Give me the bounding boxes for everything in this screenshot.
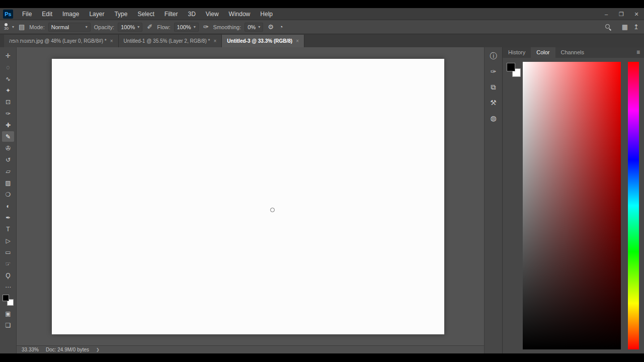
hand-tool-icon[interactable]: ☞: [2, 258, 14, 269]
menu-item[interactable]: Select: [132, 8, 159, 20]
panel-tab[interactable]: Color: [531, 47, 555, 58]
menu-item[interactable]: Image: [57, 8, 84, 20]
search-icon[interactable]: [605, 24, 611, 30]
brush-preset-picker[interactable]: 30: [4, 23, 9, 31]
tool-presets-panel-icon[interactable]: ⚒: [490, 99, 497, 106]
path-selection-tool-icon[interactable]: ▷: [2, 235, 14, 246]
workspace-switcher-icon[interactable]: ▦: [621, 24, 629, 30]
crop-tool-icon[interactable]: ⊡: [2, 97, 14, 107]
panel-tab-bar: HistoryColorChannels ≡: [503, 47, 644, 58]
zoom-tool-icon[interactable]: Ϙ: [2, 270, 14, 281]
status-chevron-icon[interactable]: ❯: [96, 347, 100, 352]
eyedropper-tool-icon[interactable]: ✑: [2, 108, 14, 119]
pen-tool-icon[interactable]: ✒: [2, 212, 14, 223]
quick-mask-icon[interactable]: ▣: [2, 308, 14, 319]
blur-tool-icon[interactable]: ❍: [2, 189, 14, 200]
smoothing-select[interactable]: 0% ▾: [245, 23, 263, 32]
shape-tool-icon[interactable]: ▭: [2, 247, 14, 257]
brush-settings-panel-icon[interactable]: ✑: [491, 68, 497, 75]
share-icon[interactable]: ↥: [632, 24, 640, 30]
document-tab-label: Untitled-3 @ 33.3% (RGB/8): [227, 38, 292, 44]
spot-healing-tool-icon[interactable]: ✚: [2, 120, 14, 130]
photoshop-window: Ps FileEditImageLayerTypeSelectFilter3DV…: [0, 8, 644, 353]
workspace: ✛◌∿✦⊡✑✚✎✇↺▱▨❍◐✒T▷▭☞Ϙ⋯ ▣❏ 33.33% Doc: 24.…: [0, 47, 644, 353]
brush-cursor: [270, 208, 275, 212]
collapsed-panels-strip: ⓘ✑⧉⚒◍: [484, 47, 502, 353]
document-tab-label: תמונות הפה.jpg @ 48% (Layer 0, RGB/8#) *: [9, 38, 107, 44]
eraser-tool-icon[interactable]: ▱: [2, 166, 14, 176]
hue-slider[interactable]: [628, 62, 639, 349]
panel-tab[interactable]: Channels: [555, 47, 590, 58]
move-tool-icon[interactable]: ✛: [2, 50, 14, 61]
saturation-brightness-field[interactable]: [523, 62, 621, 349]
restore-button[interactable]: ❐: [614, 8, 629, 20]
panel-menu-icon[interactable]: ≡: [632, 47, 644, 58]
document-tab[interactable]: תמונות הפה.jpg @ 48% (Layer 0, RGB/8#) *…: [4, 35, 119, 47]
close-button[interactable]: ✕: [629, 8, 644, 20]
smoothing-value: 0%: [248, 24, 256, 30]
brush-angle-icon[interactable]: ◔: [278, 24, 284, 30]
menu-item[interactable]: 3D: [183, 8, 200, 20]
dodge-tool-icon[interactable]: ◐: [2, 201, 14, 211]
menu-item[interactable]: File: [17, 8, 37, 20]
opacity-value: 100%: [121, 24, 135, 30]
close-icon[interactable]: ×: [296, 38, 299, 44]
screen-mode-icon[interactable]: ❏: [2, 320, 14, 330]
opacity-label: Opacity:: [94, 24, 114, 30]
menu-item[interactable]: Window: [224, 8, 256, 20]
minimize-button[interactable]: –: [599, 8, 614, 20]
zoom-level[interactable]: 33.33%: [22, 347, 39, 352]
tool-bar: ✛◌∿✦⊡✑✚✎✇↺▱▨❍◐✒T▷▭☞Ϙ⋯ ▣❏: [0, 47, 17, 353]
marquee-tool-icon[interactable]: ◌: [2, 62, 14, 72]
tools-list: ✛◌∿✦⊡✑✚✎✇↺▱▨❍◐✒T▷▭☞Ϙ⋯: [2, 50, 14, 292]
menu-item[interactable]: Type: [109, 8, 132, 20]
menu-item[interactable]: View: [201, 8, 224, 20]
chevron-down-icon: ▾: [258, 25, 260, 29]
chevron-down-icon: ▾: [86, 25, 88, 29]
gradient-tool-icon[interactable]: ▨: [2, 177, 14, 188]
document-tab[interactable]: Untitled-3 @ 33.3% (RGB/8) ×: [222, 35, 304, 47]
document-tab[interactable]: Untitled-1 @ 35.5% (Layer 2, RGB/8) * ×: [119, 35, 222, 47]
chevron-down-icon[interactable]: ▾: [12, 25, 14, 29]
clone-stamp-tool-icon[interactable]: ✇: [2, 143, 14, 153]
menu-item[interactable]: Layer: [84, 8, 109, 20]
history-brush-tool-icon[interactable]: ↺: [2, 154, 14, 165]
airbrush-icon[interactable]: ✑: [202, 24, 210, 30]
type-tool-icon[interactable]: T: [2, 224, 14, 234]
brush-tool-icon[interactable]: ✎: [2, 131, 14, 142]
panel-group: HistoryColorChannels ≡: [502, 47, 644, 353]
flow-value: 100%: [177, 24, 191, 30]
window-controls: –❐✕: [599, 8, 644, 20]
mode-label: Mode:: [29, 24, 45, 30]
blend-mode-select[interactable]: Normal ▾: [48, 23, 91, 32]
clone-source-panel-icon[interactable]: ⧉: [491, 83, 496, 90]
libraries-panel-icon[interactable]: ◍: [490, 115, 496, 122]
opacity-select[interactable]: 100% ▾: [118, 23, 142, 32]
quick-selection-tool-icon[interactable]: ✦: [2, 85, 14, 96]
panel-tab[interactable]: History: [503, 47, 531, 58]
document-tab-label: Untitled-1 @ 35.5% (Layer 2, RGB/8) *: [124, 38, 210, 44]
menu-items: FileEditImageLayerTypeSelectFilter3DView…: [17, 8, 278, 20]
options-bar: 30 ▾ ▤ Mode: Normal ▾ Opacity: 100% ▾ ✐ …: [0, 20, 644, 34]
foreground-background-swatches[interactable]: [3, 295, 14, 306]
menu-item[interactable]: Filter: [159, 8, 183, 20]
canvas-area[interactable]: [17, 47, 484, 345]
document-canvas[interactable]: [52, 59, 444, 334]
color-panel-swatches[interactable]: [507, 63, 521, 77]
toolbar-extras: ▣❏: [2, 308, 14, 330]
pressure-opacity-icon[interactable]: ✐: [146, 24, 153, 30]
foreground-color-swatch[interactable]: [507, 63, 515, 71]
info-panel-icon[interactable]: ⓘ: [490, 52, 497, 59]
edit-toolbar-icon[interactable]: ⋯: [2, 282, 14, 292]
foreground-color-swatch[interactable]: [3, 295, 9, 301]
color-panel: [503, 58, 644, 353]
smoothing-gear-icon[interactable]: ⚙: [267, 24, 275, 30]
menu-item[interactable]: Edit: [37, 8, 57, 20]
flow-select[interactable]: 100% ▾: [174, 23, 199, 32]
lasso-tool-icon[interactable]: ∿: [2, 73, 14, 84]
close-icon[interactable]: ×: [110, 38, 113, 44]
close-icon[interactable]: ×: [214, 38, 217, 44]
toggle-brush-settings-icon[interactable]: ▤: [18, 24, 26, 30]
menu-item[interactable]: Help: [255, 8, 278, 20]
canvas-column: 33.33% Doc: 24.9M/0 bytes ❯: [17, 47, 484, 353]
